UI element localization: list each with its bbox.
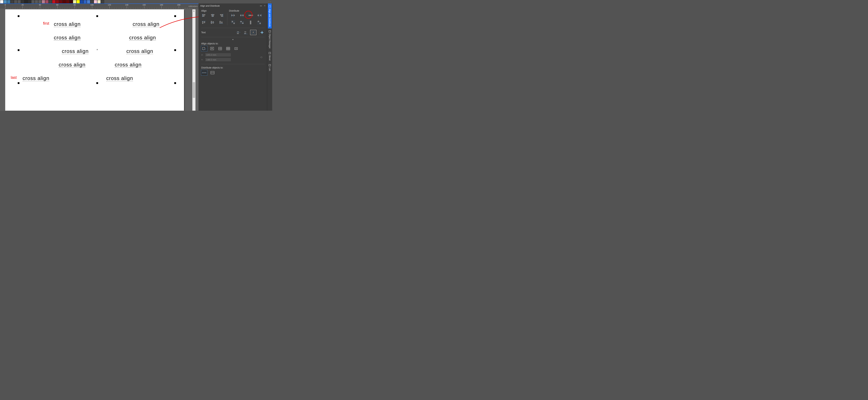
dist-bottom-button[interactable] [256,20,263,25]
align-x-input[interactable] [205,53,231,57]
palette-swatch[interactable] [21,0,24,3]
dist-center-h-button[interactable] [239,13,245,18]
text-object[interactable]: cross align [126,48,153,54]
palette-swatch[interactable] [7,0,10,3]
align-right-button[interactable] [218,13,225,18]
text-baseline-first-button[interactable]: AaBb [236,30,242,35]
text-object[interactable]: cross align [59,62,85,67]
drawing-stage[interactable]: ×cross aligncross aligncross aligncross … [0,9,198,111]
text-bounding-button[interactable]: A [250,30,256,35]
ruler-tick-label: 20 [22,4,24,6]
docker-tab-label: Len [269,67,271,71]
palette-swatch[interactable] [38,0,42,3]
palette-more-icon[interactable]: » [270,1,271,3]
palette-swatch[interactable] [10,0,14,3]
palette-swatch[interactable] [69,0,73,3]
palette-swatch[interactable] [56,0,59,3]
svg-rect-38 [234,23,235,24]
distribute-section-label: Distribute [229,9,265,12]
text-object[interactable]: cross align [23,76,49,81]
scrollbar-thumb[interactable] [193,82,195,98]
selection-handle[interactable] [18,49,20,51]
align-y-input[interactable] [205,58,231,62]
palette-swatch[interactable] [62,0,66,3]
selection-handle[interactable] [96,82,98,84]
y-label: Y: [201,59,205,61]
text-object[interactable]: cross align [106,76,133,81]
selection-handle[interactable] [174,49,176,51]
align-left-button[interactable] [200,13,208,18]
palette-swatch[interactable] [24,0,28,3]
docker-tab-lens[interactable]: Len [268,62,272,73]
palette-swatch[interactable] [31,0,35,3]
text-object[interactable]: cross align [54,35,81,40]
palette-swatch[interactable] [35,0,38,3]
palette-swatch[interactable] [59,0,62,3]
palette-swatch[interactable] [42,0,45,3]
dist-top-button[interactable] [230,20,237,25]
align-target-point-button[interactable] [233,46,239,51]
page[interactable]: ×cross aligncross aligncross aligncross … [5,9,184,111]
text-object[interactable]: cross align [115,62,142,67]
palette-swatch[interactable] [76,0,80,3]
palette-swatch[interactable] [90,0,94,3]
use-object-outline-button[interactable] [259,30,265,35]
palette-swatch[interactable] [28,0,31,3]
docker-close-icon[interactable]: ✕ [264,4,266,7]
scroll-up-icon[interactable]: ▲ [192,9,195,12]
svg-rect-28 [252,15,253,16]
selection-handle[interactable] [96,15,98,17]
selection-center-icon[interactable]: × [96,48,98,51]
palette-swatch[interactable] [3,0,7,3]
align-top-button[interactable] [200,20,208,25]
docker-tab-align-and-distribute[interactable]: Align and Distribute [268,3,272,28]
annotation-last-label: last [11,76,17,79]
docker-tab-bevel[interactable]: Bevel [268,50,272,62]
dist-spacing-v-button[interactable] [247,20,254,25]
selection-handle[interactable] [18,82,20,84]
align-target-active-objects-button[interactable] [201,46,207,51]
align-target-page-edge-button[interactable] [209,46,215,51]
palette-scroll-right-icon[interactable]: › [268,1,269,3]
section-collapse-icon[interactable]: ▴ [199,38,267,41]
docker-collapse-icon[interactable]: ▸▸ [260,4,262,7]
dist-center-v-button[interactable] [239,20,245,25]
palette-swatch[interactable] [66,0,69,3]
point-lock-icon[interactable]: ⟲ [258,56,265,59]
selection-handle[interactable] [174,15,176,17]
palette-swatch[interactable] [94,0,97,3]
align-target-page-center-button[interactable] [217,46,223,51]
align-center-h-button[interactable] [209,13,216,18]
distribute-target-page-extent-button[interactable] [210,70,215,75]
text-baseline-last-button[interactable]: AaBb [243,30,249,35]
horizontal-ruler[interactable]: 020406080100120140160180200 millimeters [0,3,198,9]
palette-swatch[interactable] [73,0,76,3]
selection-handle[interactable] [18,15,20,17]
palette-swatch[interactable] [87,0,90,3]
dist-left-button[interactable] [230,13,237,18]
palette-swatch[interactable] [49,0,52,3]
distribute-target-selection-extent-button[interactable] [201,70,207,75]
align-center-v-button[interactable] [209,20,216,25]
align-target-grid-button[interactable] [225,46,231,51]
palette-swatch[interactable] [101,0,104,3]
palette-swatch[interactable] [0,0,3,3]
selection-handle[interactable] [174,82,176,84]
palette-swatch[interactable] [83,0,87,3]
docker-titlebar[interactable]: Align and Distribute ▸▸ ✕ [199,3,267,8]
text-object[interactable]: cross align [133,22,159,27]
palette-swatch[interactable] [18,0,21,3]
dist-spacing-h-button[interactable] [247,13,254,18]
palette-swatch[interactable] [45,0,49,3]
vertical-scrollbar[interactable]: ▲ [192,9,195,111]
dist-right-button[interactable] [256,13,263,18]
text-object[interactable]: cross align [54,22,81,27]
palette-swatch[interactable] [97,0,101,3]
palette-swatch[interactable] [80,0,83,3]
palette-swatch[interactable] [14,0,18,3]
text-object[interactable]: cross align [129,35,156,40]
text-object[interactable]: cross align [62,48,89,54]
palette-swatch[interactable] [52,0,56,3]
docker-tab-object-manager[interactable]: Object Manager [268,28,272,50]
align-bottom-button[interactable] [218,20,225,25]
